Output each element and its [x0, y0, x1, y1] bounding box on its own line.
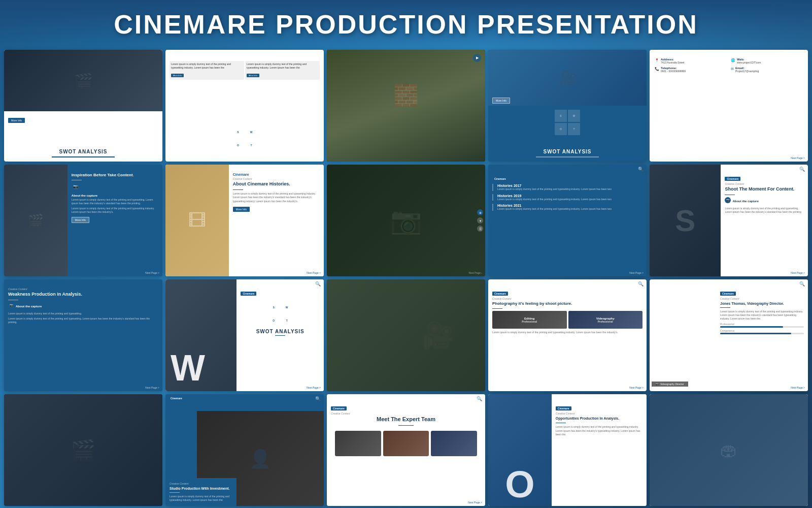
swot-s: S: [232, 126, 244, 138]
slide-r2-s5: S Cinemare 🔍 Creative Content Shoot The …: [650, 165, 808, 276]
search-r4s2[interactable]: 🔍: [315, 396, 321, 401]
deco-line-r2s1: [72, 180, 82, 180]
page-title: CINEMARE PRODUCTION PRESENTATION: [0, 9, 812, 40]
camera-circle-r2s1: 📷: [72, 182, 80, 190]
search-r3s2[interactable]: 🔍: [315, 281, 321, 287]
icon-r2s3-1: ⊕: [477, 209, 483, 215]
camera-r3s1: 📷: [8, 302, 14, 308]
slide-r3-s2: W Cinemare 🔍 S W O T SWOT ANALYSIS Next …: [165, 279, 324, 391]
swot-w: W: [245, 126, 257, 138]
team-member-1: [335, 431, 381, 456]
prog2: Competence: [720, 329, 804, 334]
creative-r2s2: Creative Content: [233, 177, 320, 180]
swot3-s: S: [267, 301, 280, 313]
director-badge: 📷 Videography Director: [652, 382, 688, 387]
r3s5-text: Lorem ipsum is simply dummy text of the …: [720, 310, 804, 321]
next-page-r1s5: Next Page >: [791, 156, 805, 160]
brand-r4s4: Cinemare: [556, 406, 571, 410]
swot2-t: T: [568, 123, 580, 135]
brand-r4s3: Cinemare: [331, 406, 347, 410]
brand-r2s2: Cinemare: [233, 173, 320, 176]
r4s4-title: Opportunities Production In Analysis.: [556, 416, 642, 421]
r3s1-text: Lorem ipsum is simply dummy text of the …: [8, 312, 158, 315]
r1s2-btn1[interactable]: More Info: [171, 74, 184, 77]
r3s1-title: Weakness Production In Analysis.: [8, 292, 158, 298]
web-icon: 🌐: [731, 58, 735, 62]
next-r4s3: Next Page >: [468, 501, 482, 504]
swot3-w: W: [281, 301, 293, 313]
r2s5-title: Shoot The Moment For Content.: [725, 186, 804, 193]
brand-r2s4: Cinemare: [492, 177, 508, 181]
deco-r2s2: [233, 189, 243, 190]
search-r2s4[interactable]: 🔍: [638, 167, 644, 172]
next-r3s5: Next Page >: [791, 386, 805, 389]
slide-r2-s3: 📷 ⊕ ✦ ☰ Next Page ›: [327, 165, 485, 276]
swot-o: O: [232, 139, 244, 151]
r1s2-col1-text: Lorem ipsum is simply dummy text of the …: [171, 62, 243, 69]
slide-r2-s4: Cinemare 🔍 Histories 2017 Lorem ipsum is…: [488, 165, 647, 276]
icon-r2s3-3: ☰: [477, 226, 483, 232]
swot-title-r1s4: SWOT ANALYSIS: [488, 149, 647, 154]
slide-r2-s1: 🎬 Inspiration Before Take Content. 📷 Abo…: [4, 165, 162, 276]
slide-r2-s2: 🎞 Cinemare Creative Content About Cinema…: [165, 165, 324, 276]
search-r4s3[interactable]: 🔍: [477, 396, 482, 401]
swot2-o: O: [555, 123, 567, 135]
next-r2s3: Next Page ›: [469, 271, 482, 274]
address-icon: 📍: [655, 58, 659, 62]
r1s2-btn2[interactable]: More Info: [247, 74, 259, 77]
creative-r3s4: Creative Content: [492, 297, 642, 300]
slides-container: 🎬 More Info SWOT ANALYSIS Lorem ipsum is…: [0, 47, 812, 508]
team-photos: [331, 429, 481, 458]
big-w-r3s2: W: [171, 350, 205, 386]
swot2-w: W: [568, 110, 580, 122]
slide-r4-s3: Cinemare 🔍 Creative Content Meet The Exp…: [327, 394, 485, 506]
next-r2s4: Next Page >: [629, 271, 644, 274]
r2s1-btn[interactable]: More Info: [72, 217, 89, 223]
swot3-t: T: [281, 314, 293, 327]
next-r2s5: Next Page >: [791, 271, 805, 274]
search-r3s5[interactable]: 🔍: [799, 281, 805, 287]
brand-r2s5: Cinemare: [725, 177, 740, 181]
r2s2-btn[interactable]: More Info: [233, 207, 250, 212]
swot-bar-r1s1: [52, 156, 115, 157]
meet-team-title: Meet The Expert Team: [331, 416, 481, 422]
slide-r1-s5: 📍 Address: 7413 Australia Street 📞 Telep…: [650, 50, 808, 162]
next-r2s2: Next Page >: [307, 271, 321, 274]
slide-r1-s2: Lorem ipsum is simply dummy text of the …: [165, 50, 324, 162]
videography-photo: Videography Professional: [568, 311, 643, 329]
slide-r3-s3: 🎥: [327, 279, 485, 391]
next-r3s1: Next Page >: [145, 386, 159, 389]
swot2-s: S: [555, 110, 567, 122]
brand-r3s5: Cinemare: [720, 292, 736, 296]
search-r3s4[interactable]: 🔍: [638, 281, 644, 287]
r2s5-text: Lorem ipsum is simply dummy text of the …: [725, 207, 804, 214]
swot3-o: O: [267, 314, 280, 327]
next-r2s1: Next Page >: [145, 271, 159, 274]
search-r2s5[interactable]: 🔍: [799, 167, 805, 172]
r2s1-title: Inspiration Before Take Content.: [72, 173, 158, 178]
editing-photo: Editing Professional: [492, 311, 567, 329]
team-member-3: [431, 431, 477, 456]
creative-r4s4: Creative Content: [556, 412, 642, 415]
creative-r2s5: Creative Content: [725, 182, 804, 185]
team-member-2: [383, 431, 429, 456]
play-btn-r1s3[interactable]: ▶: [473, 54, 481, 62]
phone-icon: 📞: [655, 67, 659, 71]
r4s2-text: Lorem ipsum is simply dummy text of the …: [170, 495, 232, 502]
r2s5-subtitle: About the capture: [732, 200, 758, 203]
more-info-btn-r1s1[interactable]: More Info: [8, 118, 25, 123]
web-val: www.project12IT.com: [737, 61, 761, 65]
r4s4-text: Lorem ipsum is simply dummy text of the …: [556, 425, 642, 437]
next-r3s4: Next Page >: [629, 386, 644, 389]
slide-r1-s3: 🧱 ▶: [327, 50, 485, 162]
swot-t: T: [245, 139, 257, 151]
r2s1-text: Lorem ipsum is simply dummy text of the …: [72, 198, 158, 205]
r2s2-title: About Cinemare Histories.: [233, 181, 320, 187]
slide-r1-s1: 🎬 More Info SWOT ANALYSIS: [4, 50, 162, 162]
timeline-2019: Histories 2019 Lorem ipsum is simply dum…: [492, 194, 642, 201]
brand-r4s2: Cinemare: [168, 396, 184, 400]
address-val: 7413 Australia Street: [661, 61, 684, 65]
email-icon: ✉: [731, 67, 734, 71]
timeline-2021: Histories 2021 Lorem ipsum is simply dum…: [492, 204, 642, 211]
more-info-btn-r1s4[interactable]: More Info: [492, 98, 510, 104]
